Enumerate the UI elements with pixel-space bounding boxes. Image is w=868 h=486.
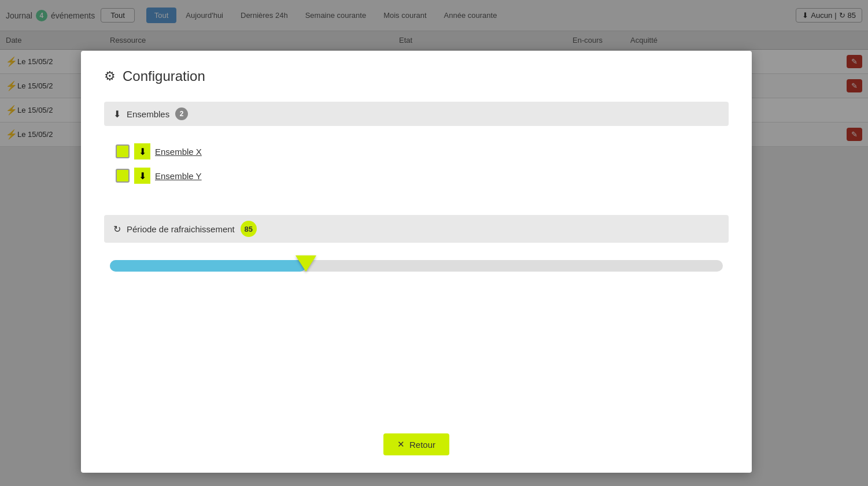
slider-fill — [110, 260, 306, 272]
refresh-badge: 85 — [241, 221, 257, 237]
modal-title: ⚙ Configuration — [104, 68, 729, 84]
slider-track[interactable] — [110, 260, 723, 272]
refresh-section-header: ↻ Période de rafraichissement 85 — [104, 215, 729, 243]
gear-icon: ⚙ — [104, 69, 116, 84]
download-icon: ⬇ — [113, 109, 121, 120]
slider-container — [104, 260, 729, 272]
ensemble-item-x[interactable]: ⬇ Ensemble X — [116, 143, 717, 159]
retour-label: Retour — [409, 440, 435, 450]
ensemble-download-icon-y: ⬇ — [134, 168, 150, 184]
configuration-modal: ⚙ Configuration ⬇ Ensembles 2 ⬇ Ensemble… — [81, 51, 752, 473]
close-icon: ✕ — [397, 439, 405, 450]
ensemble-name-y: Ensemble Y — [155, 171, 202, 181]
ensemble-download-icon-x: ⬇ — [134, 143, 150, 159]
ensemble-list: ⬇ Ensemble X ⬇ Ensemble Y — [104, 138, 729, 198]
ensembles-section-header: ⬇ Ensembles 2 — [104, 102, 729, 126]
refresh-label: Période de rafraichissement — [127, 224, 235, 234]
download-icon: ⬇ — [139, 146, 146, 157]
ensemble-checkbox-x[interactable] — [116, 144, 130, 158]
slider-thumb[interactable] — [296, 255, 316, 272]
ensembles-label: Ensembles — [127, 109, 169, 119]
retour-btn-container: ✕ Retour — [104, 433, 729, 455]
ensemble-item-y[interactable]: ⬇ Ensemble Y — [116, 168, 717, 184]
retour-button[interactable]: ✕ Retour — [383, 433, 449, 455]
ensemble-checkbox-y[interactable] — [116, 169, 130, 183]
download-icon: ⬇ — [139, 170, 146, 181]
ensemble-name-x: Ensemble X — [155, 147, 202, 157]
modal-title-text: Configuration — [123, 68, 205, 84]
ensembles-badge: 2 — [175, 107, 188, 120]
refresh-icon: ↻ — [113, 224, 121, 235]
